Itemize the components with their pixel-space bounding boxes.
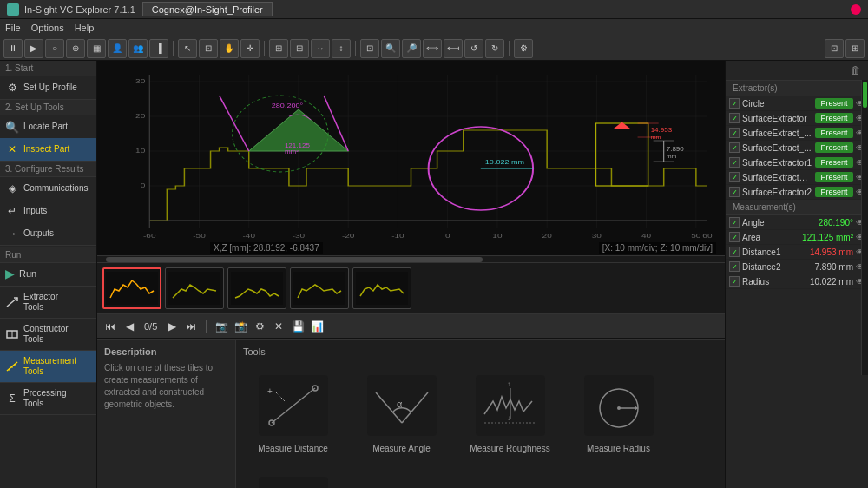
active-tab[interactable]: Cognex@In-Sight_Profiler — [142, 2, 273, 16]
extractor-surface1-name: SurfaceExtractor — [742, 114, 812, 123]
export-button[interactable]: 💾 — [290, 319, 306, 334]
tb-select[interactable]: ⊡ — [199, 39, 218, 58]
chart-button[interactable]: 📊 — [309, 319, 325, 334]
menu-help[interactable]: Help — [75, 23, 95, 33]
inspect-part-icon: ✕ — [5, 142, 19, 156]
extractor-surface4-checkbox[interactable]: ✓ — [729, 157, 740, 168]
tb-align2[interactable]: ⊟ — [290, 39, 309, 58]
sidebar-item-comms[interactable]: ◈ Communications — [0, 177, 96, 200]
svg-text:-40: -40 — [242, 232, 255, 240]
snap-button[interactable]: 📷 — [214, 319, 229, 334]
tb-zoom-fit[interactable]: ⊡ — [360, 39, 379, 58]
tb-layout1[interactable]: ⊡ — [825, 39, 844, 58]
snap-button2[interactable]: 📸 — [233, 319, 248, 334]
tb-cursor[interactable]: ↖ — [178, 39, 197, 58]
prev-frame-button[interactable]: ◀ — [122, 319, 137, 334]
window-controls — [851, 4, 861, 15]
chart-area[interactable]: 30 20 10 0 -60 -50 -40 -30 -20 -10 0 10 … — [97, 61, 725, 255]
first-frame-button[interactable]: ⏮ — [102, 319, 118, 334]
tb-zoom-r2[interactable]: ↻ — [485, 39, 504, 58]
tb-layout2[interactable]: ⊞ — [845, 39, 865, 58]
hscrollbar-thumb[interactable] — [106, 257, 483, 262]
right-panel: 🗑 Extractor(s) ✓ Circle Present 👁 ✓ Surf… — [725, 61, 868, 488]
sidebar-measurement-tools[interactable]: MeasurementTools — [0, 351, 96, 383]
tb-pause[interactable]: ⏸ — [3, 39, 23, 58]
close-button[interactable] — [851, 4, 861, 15]
measure-area-tool[interactable]: Measure Area — [243, 467, 343, 488]
thumbnail-5[interactable] — [352, 267, 411, 309]
sidebar-item-inspect-part[interactable]: ✕ Inspect Part — [0, 138, 96, 161]
chart-hscrollbar[interactable] — [97, 255, 725, 262]
tb-sep3 — [355, 41, 356, 56]
thumbnail-3[interactable] — [227, 267, 286, 309]
measure-radius-tool[interactable]: Measure Radius — [569, 366, 668, 458]
center-panel: 30 20 10 0 -60 -50 -40 -30 -20 -10 0 10 … — [97, 61, 725, 488]
tb-align1[interactable]: ⊞ — [269, 39, 288, 58]
trash-icon[interactable]: 🗑 — [851, 64, 861, 76]
extractor-surface2-checkbox[interactable]: ✓ — [729, 128, 740, 138]
extractor-circle-status: Present — [815, 98, 853, 109]
measurement-angle-checkbox[interactable]: ✓ — [729, 217, 740, 228]
run-button[interactable]: ▶ Run — [0, 263, 96, 284]
tb-reticle[interactable]: ⊕ — [66, 39, 85, 58]
thumbnail-2[interactable] — [165, 267, 224, 309]
extractor-surface1-checkbox[interactable]: ✓ — [729, 113, 740, 123]
extractor-surface3-checkbox[interactable]: ✓ — [729, 142, 740, 153]
sidebar-item-inputs[interactable]: ↵ Inputs — [0, 200, 96, 222]
right-vscrollbar-thumb[interactable] — [863, 82, 867, 108]
tb-zoom-out[interactable]: 🔎 — [402, 39, 421, 58]
measurement-radius-checkbox[interactable]: ✓ — [729, 276, 740, 287]
extractor-surface5-name: SurfaceExtractor1... — [742, 173, 812, 182]
menu-file[interactable]: File — [5, 23, 21, 33]
svg-text:mm: mm — [651, 134, 661, 139]
tb-bar[interactable]: ▐ — [149, 39, 168, 58]
measure-distance-tool[interactable]: + Measure Distance — [243, 366, 343, 458]
measure-roughness-tool[interactable]: ↑ ↓ Measure Roughness — [460, 366, 560, 458]
constructor-tools-icon — [5, 328, 19, 340]
tb-play[interactable]: ▶ — [24, 39, 43, 58]
description-title: Description — [104, 346, 228, 357]
thumbnail-4[interactable] — [290, 267, 349, 309]
tb-zoom-in[interactable]: 🔍 — [381, 39, 400, 58]
svg-text:-50: -50 — [193, 232, 206, 240]
tb-people[interactable]: 👥 — [128, 39, 148, 58]
inputs-icon: ↵ — [5, 204, 19, 218]
tb-zoom-r[interactable]: ↺ — [464, 39, 483, 58]
last-frame-button[interactable]: ⏭ — [183, 319, 199, 334]
tb-grid[interactable]: ▦ — [87, 39, 106, 58]
tb-zoom-h[interactable]: ⟻ — [444, 39, 463, 58]
measurement-area-checkbox[interactable]: ✓ — [729, 232, 740, 242]
measure-angle-tool[interactable]: α Measure Angle — [352, 366, 451, 458]
right-vscrollbar[interactable] — [861, 80, 868, 375]
extractor-surface6-checkbox[interactable]: ✓ — [729, 187, 740, 197]
sidebar-item-locate-part[interactable]: 🔍 Locate Part — [0, 115, 96, 138]
thumbnail-1[interactable] — [102, 267, 161, 309]
tb-plus[interactable]: ✛ — [240, 39, 260, 58]
measure-area-icon — [259, 472, 328, 488]
tb-hand[interactable]: ✋ — [220, 39, 239, 58]
tb-align4[interactable]: ↕ — [332, 39, 351, 58]
sidebar-item-outputs[interactable]: → Outputs — [0, 222, 96, 245]
outputs-icon: → — [5, 227, 19, 241]
clear-button[interactable]: ✕ — [271, 319, 286, 334]
tb-circle[interactable]: ○ — [45, 39, 64, 58]
menu-options[interactable]: Options — [31, 23, 64, 33]
sidebar-bottom-tools: ExtractorTools ConstructorTools Measurem… — [0, 287, 96, 488]
tb-person[interactable]: 👤 — [108, 39, 127, 58]
next-frame-button[interactable]: ▶ — [164, 319, 180, 334]
svg-text:30: 30 — [135, 77, 145, 85]
tb-zoom-w[interactable]: ⟺ — [423, 39, 442, 58]
svg-text:0: 0 — [141, 181, 146, 189]
bottom-panel: Description Click on one of these tiles … — [97, 339, 725, 488]
tb-settings[interactable]: ⚙ — [514, 39, 533, 58]
measurement-distance1-checkbox[interactable]: ✓ — [729, 247, 740, 257]
tb-align3[interactable]: ↔ — [311, 39, 330, 58]
measurement-distance2-checkbox[interactable]: ✓ — [729, 261, 740, 272]
settings-button[interactable]: ⚙ — [252, 319, 267, 334]
sidebar-item-setup-profile[interactable]: ⚙ Set Up Profile — [0, 76, 96, 99]
sidebar-constructor-tools[interactable]: ConstructorTools — [0, 319, 96, 351]
extractor-surface5-checkbox[interactable]: ✓ — [729, 172, 740, 182]
sidebar-extractor-tools[interactable]: ExtractorTools — [0, 287, 96, 319]
sidebar-processing-tools[interactable]: Σ ProcessingTools — [0, 383, 96, 415]
extractor-circle-checkbox[interactable]: ✓ — [729, 98, 740, 109]
